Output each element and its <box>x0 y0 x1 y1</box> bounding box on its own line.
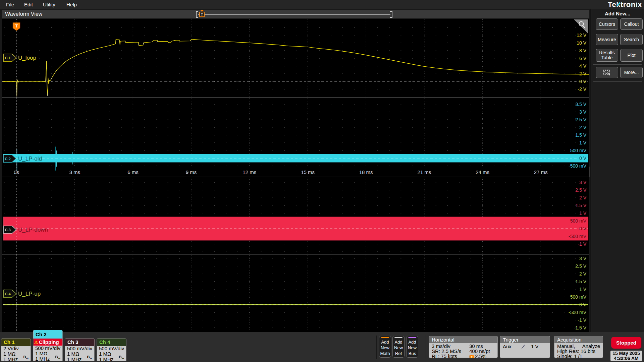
ch4-axis-label: 1 V <box>579 287 587 292</box>
time-axis-label: 12 ms <box>243 169 256 175</box>
zoom-select-button[interactable] <box>596 67 618 78</box>
horizontal-title: Horizontal <box>429 336 497 343</box>
add-new-math-button[interactable]: AddNewMath <box>379 336 391 358</box>
ch2-axis-label: 500 mV <box>570 148 587 153</box>
ch1-axis-label: -2 V <box>578 86 586 92</box>
ch1-axis-label: 2 V <box>579 71 587 76</box>
plot-button[interactable]: Plot <box>620 49 643 62</box>
slice-ch4: 3 V2.5 V2 V1.5 V1 V500 mV0 V-500 mV-1 V-… <box>3 255 588 331</box>
trigger-title: Trigger <box>500 336 550 343</box>
trigger-source: Aux <box>503 344 512 349</box>
plot-area[interactable]: 12 V10 V8 V6 V4 V2 V0 V-2 VC 1U_loop3.5 … <box>2 19 589 332</box>
channel-2-header: Ch 2 <box>33 330 62 339</box>
corner-zoom-control[interactable] <box>574 19 588 34</box>
ch2-axis-label: 0 V <box>579 156 587 161</box>
ch3-axis-label: -1 V <box>578 241 586 247</box>
search-button[interactable]: Search <box>620 34 643 45</box>
ch4-badge-text: C 4 <box>5 292 11 296</box>
ch1-axis-label: 0 V <box>579 79 587 84</box>
ch4-axis-label: -500 mV <box>569 310 587 315</box>
ch1-axis-label: 4 V <box>579 63 587 69</box>
ch4-axis-label: -1.5 V <box>574 325 587 330</box>
measure-button[interactable]: Measure <box>596 34 618 45</box>
trigger-position-marker[interactable]: T <box>199 12 205 17</box>
menu-help[interactable]: Help <box>65 0 78 9</box>
ch1-axis-label: 6 V <box>579 56 587 61</box>
ch3-axis-label: 1 V <box>579 210 587 216</box>
waveform-view: Waveform View T 12 V10 V8 V6 V4 V2 V0 V-… <box>2 10 589 332</box>
menu-bar: File Edit Utility Help Tektronix <box>0 0 644 9</box>
bandwidth-limit-icon: BW <box>23 355 29 360</box>
menu-file[interactable]: File <box>5 0 15 9</box>
ch1-axis-label: 10 V <box>577 40 586 46</box>
results-table-button[interactable]: Results Table <box>596 49 618 62</box>
horizontal-trigger-position: T2.5% <box>469 353 486 358</box>
trigger-settings-badge[interactable]: Trigger Aux 1 V <box>500 336 550 358</box>
callout-button[interactable]: Callout <box>620 18 643 30</box>
ch2-axis-label: 1 V <box>579 140 587 145</box>
add-new-panel: Add New... Cursors Callout Measure Searc… <box>591 9 644 332</box>
zoom-select-icon <box>603 68 611 76</box>
slice-ch1: 12 V10 V8 V6 V4 V2 V0 V-2 VC 1U_loop <box>2 19 589 97</box>
ch3-axis-label: 1.5 V <box>575 203 586 208</box>
ch4-axis-label: 2.5 V <box>575 263 586 269</box>
slider-rail[interactable] <box>198 14 390 15</box>
ch2-axis-label: 3.5 V <box>575 102 586 107</box>
channel-1-badge[interactable]: Ch 1 2 V/div 1 MΩ 1 MHz BW <box>1 338 31 361</box>
add-new-ref-button[interactable]: AddNewRef <box>392 336 405 358</box>
slider-left-bracket[interactable] <box>196 11 198 18</box>
channel-4-header: Ch 4 <box>97 339 126 346</box>
time-axis-label: 6 ms <box>127 169 139 175</box>
ch4-axis-label: 1.5 V <box>575 279 586 284</box>
bandwidth-limit-icon: BW <box>55 355 60 360</box>
acquisition-title: Acquisition <box>554 336 603 343</box>
ch4-axis-label: 3 V <box>579 256 587 261</box>
ch3-axis-label: 2.5 V <box>575 187 586 193</box>
time-axis-label: 27 ms <box>534 169 548 175</box>
horizontal-position-slider[interactable]: T <box>196 11 392 18</box>
ch3-axis-label: 0 V <box>579 226 587 231</box>
trigger-flag-glyph: T <box>15 23 18 28</box>
channel-3-badge[interactable]: Ch 3 500 mV/div 1 MΩ 1 MHz BW <box>65 338 95 361</box>
date: 15 May 2025 <box>612 351 640 356</box>
trigger-level: 1 V <box>531 344 539 349</box>
ch3-axis-label: 2 V <box>579 195 587 200</box>
waveform-view-title: Waveform View <box>5 11 42 17</box>
run-stop-status-button[interactable]: Stopped <box>611 337 641 349</box>
time-axis-label: 3 ms <box>69 169 80 175</box>
menu-utility[interactable]: Utility <box>42 0 57 9</box>
time-axis-label: 15 ms <box>301 169 315 175</box>
time-axis-label: 0s <box>14 169 19 175</box>
ch2-axis-label: 2 V <box>579 125 587 130</box>
channel-1-scale: 2 V/div <box>1 346 31 351</box>
slider-right-bracket[interactable] <box>390 11 392 18</box>
date-time-display: 15 May 2025 4:32:06 AM <box>610 351 642 361</box>
ch3-badge-text: C 3 <box>5 228 10 232</box>
acquisition-settings-badge[interactable]: Acquisition Manual, Analyze High Res: 16… <box>554 336 603 358</box>
channel-3-scale: 500 mV/div <box>65 346 94 351</box>
ch3-label: U_LP-down <box>18 227 48 233</box>
trigger-position-icon: T <box>469 355 474 358</box>
channel-3-header: Ch 3 <box>65 339 94 346</box>
horizontal-settings-badge[interactable]: Horizontal 3 ms/div 30 ms SR: 2.5 MS/s 4… <box>429 336 498 358</box>
time: 4:32:06 AM <box>614 356 638 361</box>
ch4-axis-label: 0 V <box>579 302 587 307</box>
more-button[interactable]: More... <box>620 67 643 78</box>
ch3-axis-label: 500 mV <box>570 218 587 224</box>
channel-4-badge[interactable]: Ch 4 500 mV/div 1 MΩ 1 MHz BW <box>97 338 126 361</box>
ch1-axis-label: 8 V <box>579 48 587 53</box>
channel-2-badge[interactable]: Ch 2 ⚠Clipping 500 mV/div 1 MΩ 1 MHz BW <box>33 330 63 361</box>
waveform-plot[interactable]: 12 V10 V8 V6 V4 V2 V0 V-2 VC 1U_loop3.5 … <box>2 19 589 332</box>
ch1-label: U_loop <box>18 55 36 61</box>
ch1-trace-line <box>2 39 589 97</box>
cursors-button[interactable]: Cursors <box>596 18 618 30</box>
ch2-label: U_LP-old <box>18 156 42 162</box>
ch1-badge-text: C 1 <box>5 56 10 60</box>
menu-edit[interactable]: Edit <box>23 0 34 9</box>
ch3-axis-label: -500 mV <box>569 234 587 239</box>
acquisition-single: Single: 1 /1 <box>557 353 582 358</box>
ch2-badge-text: C 2 <box>5 157 10 161</box>
time-axis-label: 21 ms <box>417 169 431 175</box>
add-new-bus-button[interactable]: AddNewBus <box>406 336 418 358</box>
right-sidebar: Add New... Cursors Callout Measure Searc… <box>590 9 644 332</box>
